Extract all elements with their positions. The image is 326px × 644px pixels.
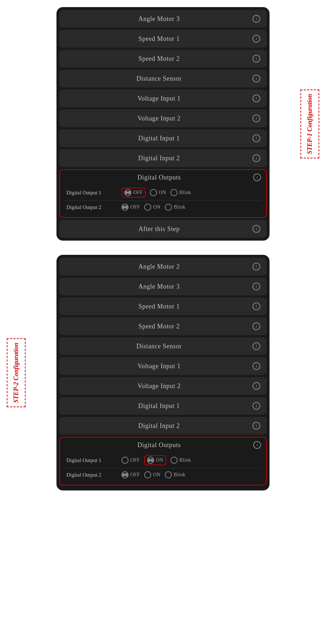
p2-digital-output-2-radio-group: OFF ON Blink	[121, 471, 185, 478]
output2-on-radio-circle	[144, 204, 151, 211]
p2-digital-output-1-radio-group: OFF ON Blink	[121, 455, 191, 465]
p2-digital-output-1-row: Digital Output 1 OFF ON	[65, 452, 261, 468]
voltage-input-1-row[interactable]: Voltage Input 1 i	[59, 90, 267, 107]
digital-output-1-radio-group: OFF ON Blink	[121, 188, 191, 198]
output1-on-option[interactable]: ON	[150, 189, 166, 196]
digital-input-2-row[interactable]: Digital Input 2 i	[59, 149, 267, 167]
p2-voltage-input-2-row[interactable]: Voltage Input 2 i	[59, 377, 267, 395]
output2-off-radio-circle	[121, 204, 129, 211]
angle-motor-3-info-icon[interactable]: i	[252, 15, 260, 23]
digital-outputs-header-1: Digital Outputs i	[65, 173, 261, 181]
p2-angle-motor-3-row[interactable]: Angle Motor 3 i	[59, 278, 267, 295]
output2-off-option[interactable]: OFF	[121, 204, 140, 211]
p2-voltage-input-1-row[interactable]: Voltage Input 1 i	[59, 357, 267, 375]
p2-output2-blink-radio-circle	[165, 471, 172, 478]
digital-output-2-radio-group: OFF ON Blink	[121, 204, 185, 211]
voltage-input-1-info-icon[interactable]: i	[252, 95, 260, 102]
p2-digital-input-2-info-icon[interactable]: i	[252, 422, 260, 430]
step-1-label: STEP-1 Configuration	[300, 90, 319, 159]
voltage-input-2-info-icon[interactable]: i	[252, 114, 260, 122]
output1-off-radio-circle	[124, 189, 131, 196]
speed-motor-1-info-icon[interactable]: i	[252, 35, 260, 43]
digital-outputs-info-icon-2[interactable]: i	[253, 441, 261, 449]
digital-input-1-info-icon[interactable]: i	[252, 134, 260, 142]
digital-output-1-row: Digital Output 1 OFF ON	[65, 185, 261, 200]
p2-output1-off-radio-circle	[121, 457, 129, 464]
p2-digital-input-1-row[interactable]: Digital Input 1 i	[59, 397, 267, 415]
digital-output-2-row: Digital Output 2 OFF ON	[65, 200, 261, 214]
p2-angle-motor-3-info-icon[interactable]: i	[252, 283, 260, 290]
output2-blink-radio-circle	[165, 204, 172, 211]
after-this-step-info-icon[interactable]: i	[252, 225, 260, 233]
voltage-input-2-row[interactable]: Voltage Input 2 i	[59, 109, 267, 127]
p2-output2-off-radio-circle	[121, 471, 129, 478]
p2-output2-off-option[interactable]: OFF	[121, 471, 140, 478]
step-2-label: STEP-2 Configuration	[7, 338, 26, 407]
p2-distance-sensor-info-icon[interactable]: i	[252, 342, 260, 350]
after-this-step-row[interactable]: After this Step i	[59, 220, 267, 238]
p2-output1-blink-option[interactable]: Blink	[170, 457, 191, 464]
p2-distance-sensor-row[interactable]: Distance Sensor i	[59, 337, 267, 355]
p2-speed-motor-2-info-icon[interactable]: i	[252, 322, 260, 330]
p2-voltage-input-1-info-icon[interactable]: i	[252, 362, 260, 370]
output1-blink-radio-circle	[170, 189, 178, 196]
output1-off-option[interactable]: OFF	[121, 188, 146, 198]
p2-speed-motor-1-row[interactable]: Speed Motor 1 i	[59, 297, 267, 315]
p2-output1-blink-radio-circle	[170, 457, 178, 464]
speed-motor-2-row[interactable]: Speed Motor 2 i	[59, 50, 267, 68]
p2-speed-motor-1-info-icon[interactable]: i	[252, 302, 260, 310]
digital-outputs-section-2: Digital Outputs i Digital Output 1 OFF	[59, 437, 267, 485]
p2-output1-on-option[interactable]: ON	[144, 455, 166, 465]
p2-output1-on-radio-circle	[147, 457, 154, 464]
p2-output1-off-option[interactable]: OFF	[121, 457, 140, 464]
digital-input-2-info-icon[interactable]: i	[252, 154, 260, 162]
output1-on-radio-circle	[150, 189, 157, 196]
output2-blink-option[interactable]: Blink	[165, 204, 185, 211]
digital-outputs-section-1: Digital Outputs i Digital Output 1 OFF	[59, 169, 267, 218]
p2-digital-input-2-row[interactable]: Digital Input 2 i	[59, 417, 267, 435]
p2-digital-input-1-info-icon[interactable]: i	[252, 402, 260, 410]
panel-2: Angle Motor 2 i Angle Motor 3 i Speed Mo…	[56, 255, 270, 490]
p2-angle-motor-2-info-icon[interactable]: i	[252, 263, 260, 270]
p2-output2-on-radio-circle	[144, 471, 151, 478]
p2-voltage-input-2-info-icon[interactable]: i	[252, 382, 260, 390]
step-1-label-container: STEP-1 Configuration	[300, 90, 319, 159]
digital-outputs-header-2: Digital Outputs i	[65, 441, 261, 449]
angle-motor-3-row[interactable]: Angle Motor 3 i	[59, 10, 267, 28]
digital-input-1-row[interactable]: Digital Input 1 i	[59, 129, 267, 147]
digital-outputs-info-icon-1[interactable]: i	[253, 173, 261, 181]
p2-output2-blink-option[interactable]: Blink	[165, 471, 185, 478]
distance-sensor-row[interactable]: Distance Sensor i	[59, 70, 267, 87]
p2-output2-on-option[interactable]: ON	[144, 471, 161, 478]
p2-digital-output-2-row: Digital Output 2 OFF ON	[65, 468, 261, 481]
step-2-label-container: STEP-2 Configuration	[7, 338, 26, 407]
panel-1: Angle Motor 3 i Speed Motor 1 i Speed Mo…	[56, 7, 270, 241]
distance-sensor-info-icon[interactable]: i	[252, 75, 260, 82]
p2-speed-motor-2-row[interactable]: Speed Motor 2 i	[59, 317, 267, 335]
speed-motor-2-info-icon[interactable]: i	[252, 55, 260, 63]
p2-angle-motor-2-row[interactable]: Angle Motor 2 i	[59, 258, 267, 275]
output1-blink-option[interactable]: Blink	[170, 189, 191, 196]
output2-on-option[interactable]: ON	[144, 204, 161, 211]
speed-motor-1-row[interactable]: Speed Motor 1 i	[59, 30, 267, 48]
